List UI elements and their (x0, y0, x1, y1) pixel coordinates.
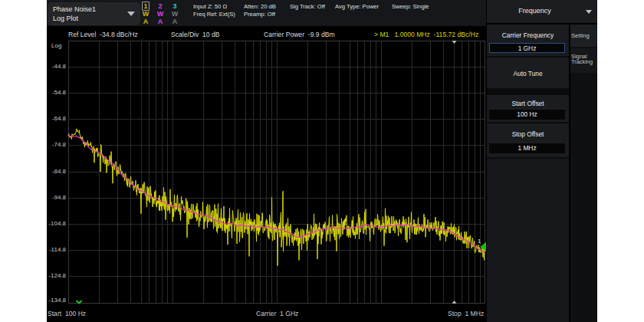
svg-text:1: 1 (478, 238, 481, 245)
